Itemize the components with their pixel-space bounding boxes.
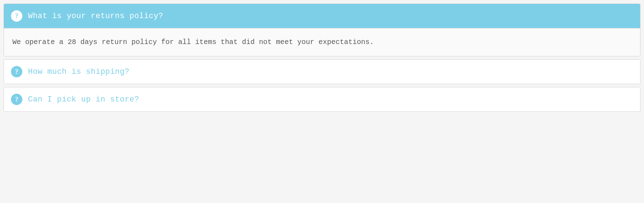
faq-container: ? What is your returns policy? We operat… <box>4 4 640 112</box>
faq-header-pickup[interactable]: ? Can I pick up in store? <box>4 87 640 111</box>
faq-answer-text-returns: We operate a 28 days return policy for a… <box>12 38 374 46</box>
faq-question-pickup: Can I pick up in store? <box>28 95 139 104</box>
question-icon-returns: ? <box>11 10 22 22</box>
faq-item-returns: ? What is your returns policy? We operat… <box>4 4 640 56</box>
faq-item-shipping: ? How much is shipping? <box>4 59 640 84</box>
question-icon-shipping: ? <box>11 66 22 77</box>
faq-question-shipping: How much is shipping? <box>28 67 130 76</box>
question-icon-pickup: ? <box>11 94 22 105</box>
faq-item-pickup: ? Can I pick up in store? <box>4 87 640 112</box>
faq-header-returns[interactable]: ? What is your returns policy? <box>4 4 640 28</box>
faq-header-shipping[interactable]: ? How much is shipping? <box>4 60 640 84</box>
faq-answer-returns: We operate a 28 days return policy for a… <box>4 28 640 56</box>
faq-question-returns: What is your returns policy? <box>28 12 163 21</box>
